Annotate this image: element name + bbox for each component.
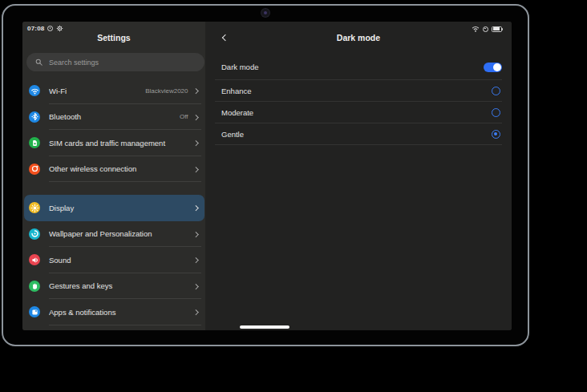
wifi-status-icon bbox=[472, 26, 480, 32]
sidebar-item-label: Other wireless connection bbox=[49, 164, 194, 173]
home-indicator-bar[interactable] bbox=[240, 325, 289, 329]
radio-moderate[interactable] bbox=[492, 108, 500, 117]
sidebar-item-label: Wi-Fi bbox=[49, 87, 145, 95]
option-label: Enhance bbox=[221, 87, 492, 95]
dark-mode-label: Dark mode bbox=[221, 63, 484, 71]
sidebar-item-wifi[interactable]: Wi-Fi Blackview2020 bbox=[24, 78, 204, 104]
settings-sidebar: Settings Search settings Wi-Fi Blackview… bbox=[22, 22, 205, 330]
dark-mode-toggle[interactable] bbox=[484, 63, 502, 72]
search-input[interactable]: Search settings bbox=[26, 53, 204, 71]
chevron-right-icon bbox=[193, 232, 198, 236]
sidebar-item-label: Wallpaper and Personalization bbox=[49, 229, 194, 238]
sidebar-item-label: Display bbox=[49, 204, 194, 212]
sidebar-item-other-wireless[interactable]: Other wireless connection bbox=[24, 156, 204, 183]
sidebar-item-apps[interactable]: Apps & notifications bbox=[24, 299, 204, 325]
panel-title: Dark mode bbox=[205, 33, 512, 42]
search-placeholder: Search settings bbox=[49, 59, 99, 67]
circle-notification-icon bbox=[47, 26, 53, 31]
battery-icon bbox=[492, 26, 502, 32]
sidebar-item-label: Sound bbox=[49, 256, 194, 265]
bluetooth-state-value: Off bbox=[180, 113, 188, 120]
wireless-connection-icon bbox=[29, 164, 40, 175]
option-label: Moderate bbox=[221, 108, 492, 117]
display-sun-icon bbox=[29, 202, 40, 213]
sidebar-item-display[interactable]: Display bbox=[24, 195, 204, 221]
chevron-right-icon bbox=[193, 284, 198, 289]
alarm-icon bbox=[483, 26, 488, 32]
option-gentle[interactable]: Gentle bbox=[205, 123, 512, 145]
wifi-icon bbox=[29, 85, 40, 96]
status-bar-left: 07:08 bbox=[27, 24, 63, 33]
sidebar-item-bluetooth[interactable]: Bluetooth Off bbox=[24, 104, 204, 131]
sidebar-item-sim-cards[interactable]: SIM cards and traffic management bbox=[24, 130, 204, 156]
bluetooth-icon bbox=[29, 111, 40, 123]
front-camera bbox=[261, 9, 269, 17]
sidebar-item-wallpaper[interactable]: Wallpaper and Personalization bbox=[24, 221, 204, 248]
clock: 07:08 bbox=[27, 25, 44, 32]
chevron-right-icon bbox=[193, 140, 198, 145]
chevron-right-icon bbox=[193, 88, 198, 93]
sidebar-group-connections: Wi-Fi Blackview2020 Bluetooth Off bbox=[22, 78, 205, 182]
status-bar-right bbox=[472, 25, 502, 33]
option-moderate[interactable]: Moderate bbox=[205, 102, 512, 123]
wallpaper-icon bbox=[29, 228, 40, 240]
sidebar-item-label: Apps & notifications bbox=[49, 308, 194, 317]
sidebar-item-gestures[interactable]: Gestures and keys bbox=[24, 273, 204, 300]
chevron-right-icon bbox=[193, 115, 198, 119]
chevron-right-icon bbox=[193, 205, 198, 210]
sidebar-item-label: SIM cards and traffic management bbox=[49, 139, 194, 148]
radio-gentle[interactable] bbox=[492, 130, 500, 139]
tablet-frame: 07:08 Settings bbox=[2, 4, 529, 346]
chevron-right-icon bbox=[193, 257, 198, 262]
search-icon bbox=[35, 59, 43, 66]
chevron-right-icon bbox=[193, 167, 198, 172]
page-title: Settings bbox=[22, 33, 205, 42]
gear-icon bbox=[56, 25, 63, 32]
option-enhance[interactable]: Enhance bbox=[205, 80, 512, 102]
dark-mode-options: Enhance Moderate Gentle bbox=[205, 80, 512, 145]
desktop-background: 07:08 Settings bbox=[0, 0, 587, 392]
sim-card-icon bbox=[29, 137, 40, 148]
dark-mode-panel: Dark mode Dark mode Enhance Moderate bbox=[205, 22, 512, 330]
sidebar-item-sound[interactable]: Sound bbox=[24, 247, 204, 273]
dark-mode-toggle-row[interactable]: Dark mode bbox=[205, 54, 512, 80]
sidebar-item-label: Bluetooth bbox=[49, 112, 180, 121]
hand-gesture-icon bbox=[29, 281, 40, 292]
wifi-network-value: Blackview2020 bbox=[145, 87, 188, 95]
sidebar-item-label: Gestures and keys bbox=[49, 281, 194, 290]
chevron-right-icon bbox=[193, 309, 198, 314]
sidebar-group-device: Display Wallpaper and Personalization bbox=[22, 195, 205, 325]
option-label: Gentle bbox=[221, 130, 492, 139]
radio-enhance[interactable] bbox=[492, 87, 500, 95]
tablet-screen: 07:08 Settings bbox=[22, 22, 512, 330]
apps-icon bbox=[29, 306, 40, 317]
speaker-icon bbox=[29, 254, 40, 265]
